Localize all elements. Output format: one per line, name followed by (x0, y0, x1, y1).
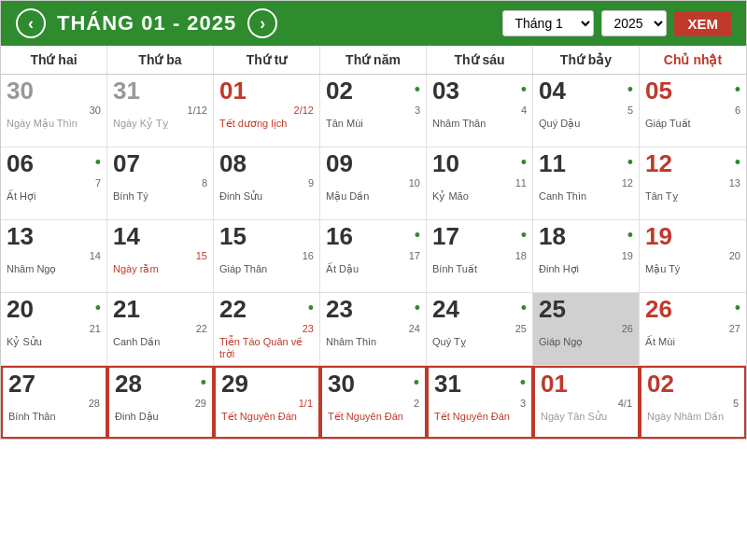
calendar-cell-34[interactable]: 02 • 5 Ngày Nhâm Dần (640, 366, 746, 439)
day-thu: Thứ năm (320, 46, 427, 74)
calendar-cell-1[interactable]: 31 • 1/12 Ngày Kỷ Tỵ (107, 75, 214, 147)
calendar-cell-3[interactable]: 02 • 3 Tân Mùi (320, 75, 427, 147)
calendar-cell-21[interactable]: 20 • 21 Kỷ Sửu (1, 293, 107, 366)
lunar-day: 1/12 (113, 105, 207, 116)
calendar-cell-20[interactable]: 19 • 20 Mậu Tý (640, 220, 746, 293)
calendar-cell-4[interactable]: 03 • 4 Nhâm Thân (427, 75, 533, 147)
calendar-cell-18[interactable]: 17 • 18 Bính Tuất (427, 220, 533, 293)
calendar-cell-19[interactable]: 18 • 19 Đinh Hợi (533, 220, 640, 293)
calendar-cell-10[interactable]: 09 • 10 Mậu Dần (320, 147, 427, 220)
xem-button[interactable]: XEM (674, 11, 731, 36)
calendar-cell-13[interactable]: 12 • 13 Tân Tỵ (640, 147, 746, 220)
calendar-cell-5[interactable]: 04 • 5 Quý Dậu (533, 75, 640, 147)
prev-month-button[interactable]: ‹ (16, 8, 46, 38)
lunar-day: 19 (539, 250, 633, 261)
cell-top: 26 • (645, 297, 740, 321)
cell-top: 13 • (7, 224, 101, 248)
calendar-cell-11[interactable]: 10 • 11 Kỷ Mão (427, 147, 533, 220)
cell-top: 07 • (113, 151, 207, 175)
lunar-day: 9 (219, 177, 314, 189)
lunar-day: 6 (645, 105, 740, 116)
day-fri: Thứ sáu (427, 46, 533, 74)
solar-day: 14 (113, 224, 140, 248)
calendar-cell-7[interactable]: 06 • 7 Ất Hợi (1, 147, 107, 220)
cell-top: 30 • (328, 371, 419, 396)
cell-top: 28 • (115, 371, 206, 396)
lunar-day: 17 (326, 250, 420, 261)
solar-day: 30 (328, 371, 355, 396)
calendar-cell-24[interactable]: 23 • 24 Nhâm Thìn (320, 293, 427, 366)
solar-day: 18 (539, 224, 566, 248)
can-chi-text: Tết Nguyên Đán (221, 411, 313, 423)
solar-day: 31 (434, 371, 461, 396)
solar-day: 01 (541, 371, 568, 396)
calendar-cell-26[interactable]: 25 • 26 Giáp Ngọ (533, 293, 640, 366)
calendar-cell-15[interactable]: 14 • 15 Ngày rằm (107, 220, 214, 293)
day-sat: Thứ bảy (533, 46, 640, 74)
cell-top: 03 • (432, 78, 527, 103)
calendar-cell-9[interactable]: 08 • 9 Đinh Sửu (214, 147, 320, 220)
event-dot: • (735, 80, 740, 100)
solar-day: 04 (539, 78, 566, 103)
cell-top: 14 • (113, 224, 207, 248)
lunar-day: 15 (113, 250, 207, 261)
calendar-cell-8[interactable]: 07 • 8 Bính Tý (107, 147, 214, 220)
event-dot: • (95, 153, 101, 173)
can-chi-text: Quý Dậu (539, 118, 633, 130)
lunar-day: 2 (328, 398, 419, 409)
calendar-cell-33[interactable]: 01 • 4/1 Ngày Tân Sửu (533, 366, 640, 439)
solar-day: 09 (326, 151, 353, 175)
solar-day: 23 (326, 297, 353, 321)
can-chi-text: Tết Nguyên Đán (328, 411, 419, 423)
calendar-cell-30[interactable]: 29 • 1/1 Tết Nguyên Đán (214, 366, 320, 439)
event-dot: • (627, 80, 633, 100)
can-chi-text: Canh Dần (113, 336, 207, 348)
lunar-day: 3 (434, 398, 526, 409)
calendar-cell-6[interactable]: 05 • 6 Giáp Tuất (640, 75, 746, 147)
solar-day: 26 (645, 297, 672, 321)
calendar-header: ‹ THÁNG 01 - 2025 › Tháng 1Tháng 2Tháng … (1, 1, 746, 46)
solar-day: 25 (539, 297, 566, 321)
cell-top: 08 • (219, 151, 314, 175)
solar-day: 02 (647, 371, 674, 396)
lunar-day: 8 (113, 177, 207, 189)
cell-top: 19 • (645, 224, 740, 248)
next-month-button[interactable]: › (247, 8, 277, 38)
can-chi-text: Tiễn Táo Quân về trời (219, 336, 314, 360)
solar-day: 28 (115, 371, 142, 396)
calendar-cell-14[interactable]: 13 • 14 Nhâm Ngọ (1, 220, 107, 293)
calendar-cell-2[interactable]: 01 • 2/12 Tết dương lịch (214, 75, 320, 147)
calendar-cell-0[interactable]: 30 • 30 Ngày Mậu Thìn (1, 75, 107, 147)
event-dot: • (521, 299, 527, 318)
calendar-cell-32[interactable]: 31 • 3 Tết Nguyên Đán (427, 366, 533, 439)
cell-top: 24 • (432, 297, 527, 321)
calendar-cell-31[interactable]: 30 • 2 Tết Nguyên Đán (320, 366, 427, 439)
calendar-cell-22[interactable]: 21 • 22 Canh Dần (107, 293, 214, 366)
year-select[interactable]: 2023202420252026 (601, 10, 667, 36)
calendar-cell-23[interactable]: 22 • 23 Tiễn Táo Quân về trời (214, 293, 320, 366)
month-select[interactable]: Tháng 1Tháng 2Tháng 3 Tháng 4Tháng 5Thán… (502, 10, 594, 36)
can-chi-text: Canh Thìn (539, 190, 633, 202)
lunar-day: 1/1 (221, 398, 313, 409)
calendar-cell-16[interactable]: 15 • 16 Giáp Thân (214, 220, 320, 293)
calendar-cell-29[interactable]: 28 • 29 Đinh Dậu (107, 366, 214, 439)
can-chi-text: Tết Nguyên Đán (434, 411, 526, 423)
can-chi-text: Kỷ Sửu (7, 336, 101, 348)
solar-day: 31 (113, 78, 140, 103)
day-sun: Chủ nhật (640, 46, 746, 74)
cell-top: 15 • (219, 224, 314, 248)
calendar-cell-25[interactable]: 24 • 25 Quý Tỵ (427, 293, 533, 366)
calendar-cell-28[interactable]: 27 • 28 Bính Thân (1, 366, 107, 439)
can-chi-text: Bính Thân (8, 411, 100, 422)
can-chi-text: Giáp Tuất (645, 118, 740, 130)
lunar-day: 3 (326, 105, 420, 116)
calendar-cell-12[interactable]: 11 • 12 Canh Thìn (533, 147, 640, 220)
solar-day: 12 (645, 151, 672, 175)
solar-day: 16 (326, 224, 353, 248)
cell-top: 12 • (645, 151, 740, 175)
calendar-cell-27[interactable]: 26 • 27 Ất Mùi (640, 293, 746, 366)
event-dot: • (627, 226, 633, 245)
can-chi-text: Ất Mùi (645, 336, 740, 348)
calendar-cell-17[interactable]: 16 • 17 Ất Dậu (320, 220, 427, 293)
can-chi-text: Nhâm Ngọ (7, 263, 101, 275)
